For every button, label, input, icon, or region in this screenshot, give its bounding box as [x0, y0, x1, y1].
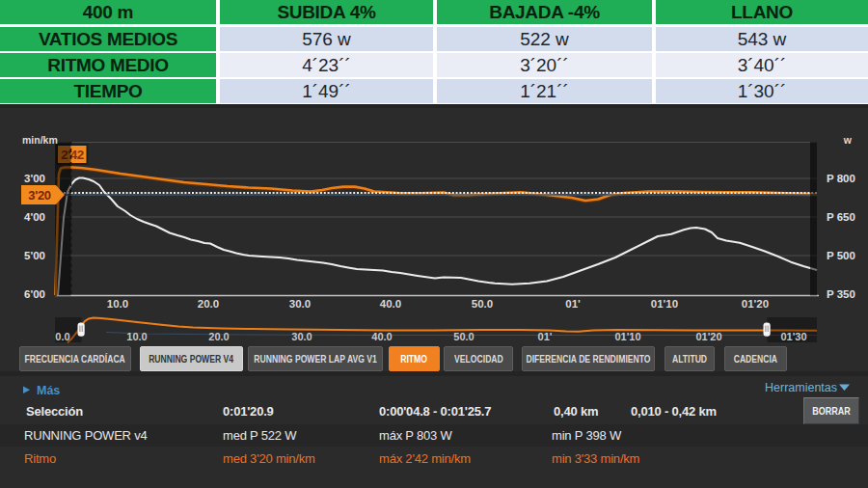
svg-text:50.0: 50.0 [472, 298, 493, 310]
svg-text:20.0: 20.0 [198, 298, 219, 310]
svg-text:01': 01' [565, 298, 581, 310]
svg-text:4'00: 4'00 [24, 211, 45, 223]
svg-text:30.0: 30.0 [289, 298, 311, 310]
svg-text:01'10: 01'10 [614, 331, 640, 342]
svg-text:10.0: 10.0 [107, 298, 128, 310]
svg-text:20.0: 20.0 [208, 331, 229, 342]
svg-text:P 650: P 650 [827, 211, 855, 223]
svg-text:10.0: 10.0 [126, 331, 147, 342]
svg-text:01'10: 01'10 [651, 298, 678, 310]
svg-text:40.0: 40.0 [380, 298, 401, 310]
svg-text:0.0: 0.0 [55, 331, 69, 342]
svg-text:P 350: P 350 [827, 288, 855, 300]
svg-text:30.0: 30.0 [291, 331, 312, 342]
svg-text:01'20: 01'20 [695, 331, 721, 342]
svg-text:3'20: 3'20 [28, 188, 51, 203]
svg-text:6'00: 6'00 [24, 288, 45, 300]
svg-text:01': 01' [538, 331, 553, 342]
svg-text:w: w [843, 134, 853, 146]
svg-text:40.0: 40.0 [371, 331, 392, 342]
svg-text:P 800: P 800 [827, 173, 855, 184]
svg-text:01'30: 01'30 [780, 331, 806, 342]
svg-text:01'20: 01'20 [742, 298, 769, 310]
svg-text:5'00: 5'00 [24, 250, 45, 261]
svg-text:50.0: 50.0 [453, 331, 474, 342]
svg-text:3'00: 3'00 [24, 173, 45, 184]
svg-text:P 500: P 500 [827, 250, 855, 261]
svg-text:min/km: min/km [22, 134, 58, 146]
